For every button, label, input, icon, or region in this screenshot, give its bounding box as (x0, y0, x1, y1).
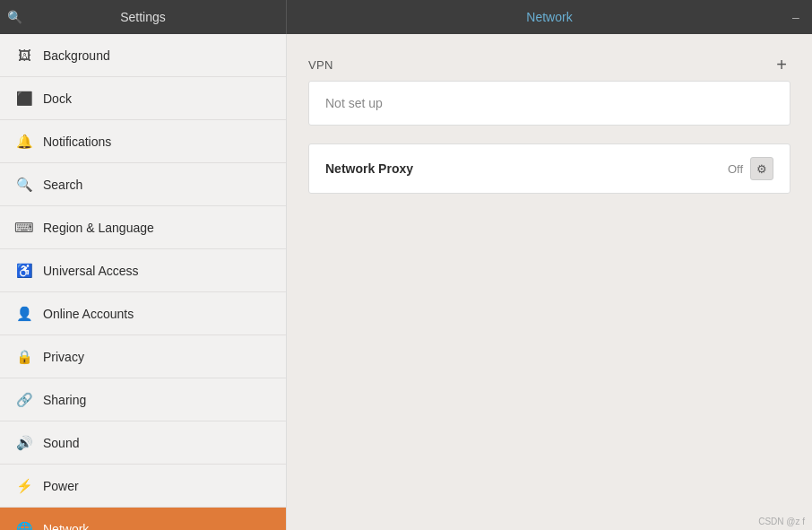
sidebar-label-network: Network (43, 522, 89, 531)
notifications-icon: 🔔 (14, 134, 34, 150)
privacy-icon: 🔒 (14, 349, 34, 365)
header-network-title: Network (526, 10, 572, 24)
watermark: CSDN @z f (758, 517, 805, 526)
vpn-section-label: VPN (308, 58, 333, 72)
search-icon: 🔍 (14, 177, 34, 193)
sidebar-item-sound[interactable]: 🔊Sound (0, 421, 286, 465)
sidebar-item-background[interactable]: 🖼Background (0, 34, 286, 77)
network-proxy-label: Network Proxy (325, 161, 413, 176)
universal-access-icon: ♿ (14, 263, 34, 279)
header-network-section: Network (287, 10, 812, 24)
window-minimize-button[interactable]: – (787, 8, 805, 26)
sharing-icon: 🔗 (14, 392, 34, 408)
vpn-section-header: VPN + (308, 56, 790, 74)
dock-icon: ⬛ (14, 91, 34, 107)
sidebar-item-region-language[interactable]: ⌨Region & Language (0, 206, 286, 249)
sidebar-label-background: Background (43, 48, 110, 63)
sidebar-item-power[interactable]: ⚡Power (0, 465, 286, 508)
sidebar-item-dock[interactable]: ⬛Dock (0, 77, 286, 120)
sidebar-item-privacy[interactable]: 🔒Privacy (0, 335, 286, 378)
background-icon: 🖼 (14, 48, 34, 63)
header-settings-title: Settings (120, 10, 166, 24)
sidebar: 🖼Background⬛Dock🔔Notifications🔍Search⌨Re… (0, 34, 287, 530)
sidebar-label-privacy: Privacy (43, 350, 84, 364)
main-layout: 🖼Background⬛Dock🔔Notifications🔍Search⌨Re… (0, 34, 812, 530)
online-accounts-icon: 👤 (14, 306, 34, 322)
proxy-status-text: Off (728, 162, 743, 176)
content-area: VPN + Not set up Network Proxy Off ⚙ (287, 34, 812, 530)
gear-icon: ⚙ (756, 162, 767, 176)
sidebar-label-dock: Dock (43, 91, 72, 106)
vpn-not-set-up: Not set up (309, 82, 790, 125)
network-proxy-row: Network Proxy Off ⚙ (309, 144, 790, 193)
sound-icon: 🔊 (14, 435, 34, 451)
search-icon[interactable]: 🔍 (7, 10, 22, 24)
vpn-card: Not set up (308, 81, 790, 126)
region-language-icon: ⌨ (14, 220, 34, 236)
sidebar-item-sharing[interactable]: 🔗Sharing (0, 378, 286, 421)
sidebar-item-notifications[interactable]: 🔔Notifications (0, 120, 286, 163)
sidebar-label-sharing: Sharing (43, 393, 86, 407)
network-icon: 🌐 (14, 521, 34, 531)
vpn-add-button[interactable]: + (773, 56, 790, 74)
sidebar-item-universal-access[interactable]: ♿Universal Access (0, 249, 286, 292)
proxy-gear-button[interactable]: ⚙ (750, 157, 773, 180)
sidebar-item-network[interactable]: 🌐Network (0, 508, 286, 530)
power-icon: ⚡ (14, 478, 34, 494)
sidebar-label-search: Search (43, 178, 82, 192)
sidebar-item-online-accounts[interactable]: 👤Online Accounts (0, 292, 286, 335)
sidebar-label-online-accounts: Online Accounts (43, 307, 134, 321)
proxy-right-controls: Off ⚙ (728, 157, 773, 180)
sidebar-label-universal-access: Universal Access (43, 264, 139, 278)
header-settings-section: Settings (0, 0, 287, 34)
sidebar-label-notifications: Notifications (43, 135, 111, 149)
sidebar-item-search[interactable]: 🔍Search (0, 163, 286, 206)
app-header: 🔍 Settings Network – (0, 0, 812, 34)
sidebar-label-region-language: Region & Language (43, 221, 154, 235)
sidebar-label-power: Power (43, 479, 79, 493)
network-proxy-card[interactable]: Network Proxy Off ⚙ (308, 143, 790, 194)
sidebar-label-sound: Sound (43, 436, 79, 450)
